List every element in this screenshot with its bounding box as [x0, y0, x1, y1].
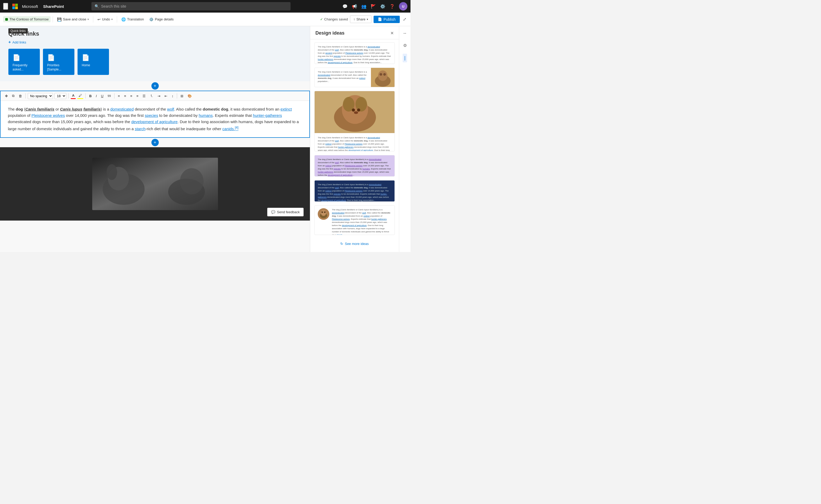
ql-card-icon-3: 📄	[82, 54, 90, 61]
settings-icon[interactable]: ⚙️	[380, 4, 385, 9]
indent-button[interactable]: ⇥	[156, 93, 162, 99]
save-close-button[interactable]: 💾 Save and close ▾	[55, 16, 91, 23]
sidebar-icon-2[interactable]: ⚙	[402, 41, 408, 50]
undo-button[interactable]: ↩ Undo ▾	[95, 16, 115, 23]
publish-button[interactable]: 📄 Publish	[374, 16, 400, 23]
page-details-label: Page details	[155, 17, 174, 21]
add-section-divider-2: +	[0, 138, 310, 147]
align-left-button[interactable]: ≡	[117, 93, 121, 99]
bullet-list-button[interactable]: ☰	[141, 93, 147, 99]
link-wolf[interactable]: wolf	[167, 107, 174, 111]
add-icon: +	[8, 40, 11, 45]
add-section-divider-1: +	[0, 81, 310, 91]
design-idea-card-2[interactable]: The dog Canis familiaris or Canis lupus …	[314, 68, 395, 87]
see-more-ideas-button[interactable]: ↻ See more ideas	[314, 239, 395, 249]
ql-card-label-3: Home	[82, 63, 90, 68]
question-icon[interactable]: ❓	[390, 4, 395, 9]
avatar[interactable]: U	[399, 2, 407, 10]
editor-area[interactable]: Quick links Quick links + Add links 📄 Fr…	[0, 26, 310, 252]
table-button[interactable]: ⊞	[179, 93, 185, 99]
italic-button[interactable]: I	[95, 93, 98, 99]
toolbar-separator-1	[53, 16, 53, 23]
changes-saved-label: Changes saved	[324, 17, 348, 21]
link-humans[interactable]: humans	[199, 113, 213, 118]
svg-point-18	[354, 111, 358, 114]
font-size-select[interactable]: 18	[54, 93, 66, 99]
text-content-area[interactable]: The dog (Canis familiaris or Canis lupus…	[1, 101, 309, 137]
feedback-icon: 💬	[271, 210, 275, 214]
app-name-label: Microsoft	[22, 4, 38, 9]
save-close-dropdown-arrow: ▾	[87, 18, 89, 21]
design-idea-card-4[interactable]: The dog (Canis familiaris or Canis lupus…	[314, 155, 395, 177]
quick-link-card-1[interactable]: 📄 Frequently asked...	[8, 49, 40, 75]
quick-links-section: Quick links Quick links + Add links 📄 Fr…	[0, 26, 310, 81]
line-spacing-button[interactable]: ↕	[170, 93, 175, 99]
color-picker-button[interactable]: 🎨	[186, 93, 193, 99]
quick-link-card-3[interactable]: 📄 Home	[78, 49, 109, 75]
page-brand: The Contoso of Tomorrow	[3, 16, 51, 22]
design-idea-card-6[interactable]: The dog (Canis familiaris or Canis lupus…	[314, 205, 395, 235]
link-canids[interactable]: canids.[4]	[222, 127, 238, 131]
page-details-button[interactable]: ⚙️ Page details	[147, 16, 176, 23]
add-section-button-1[interactable]: +	[151, 82, 159, 90]
link-development-agriculture[interactable]: development of agriculture	[131, 119, 178, 124]
add-links-button[interactable]: + Add links	[8, 40, 302, 45]
share-icon: ↑	[353, 17, 355, 21]
move-icon[interactable]: ✥	[4, 93, 9, 99]
share-button[interactable]: ↑ Share ▾	[350, 15, 371, 23]
link-extinct[interactable]: extinct	[281, 107, 292, 111]
underline-button[interactable]: U	[100, 93, 105, 99]
link-species[interactable]: species	[145, 113, 158, 118]
collapse-panel-button[interactable]: ⤢	[402, 16, 407, 23]
quick-link-card-2[interactable]: 📄 Priorities [Sample...	[43, 49, 74, 75]
editor-toolbar: The Contoso of Tomorrow 💾 Save and close…	[0, 13, 411, 26]
toolbar-right-group: ✓ Changes saved ↑ Share ▾ 📄 Publish ⤢	[320, 15, 407, 23]
align-right-button[interactable]: ≡	[129, 93, 134, 99]
highlight-btn[interactable]: 🖊	[77, 93, 83, 99]
search-bar[interactable]: 🔍	[91, 2, 291, 10]
text-color-btn[interactable]: A	[71, 93, 76, 99]
outdent-button[interactable]: ⇤	[163, 93, 169, 99]
link-domesticated[interactable]: domesticated	[110, 107, 134, 111]
design-idea-card-3[interactable]: The dog Canis familiaris or Canis lupus …	[314, 91, 395, 151]
align-justify-button[interactable]: ≡	[135, 93, 140, 99]
sidebar-icon-3[interactable]: |	[403, 54, 407, 62]
design-panel-header: Design ideas ✕	[310, 26, 399, 39]
design-panel-title: Design ideas	[315, 30, 344, 36]
link-starch[interactable]: starch	[135, 127, 145, 131]
align-center-button[interactable]: ≡	[123, 93, 128, 99]
bold-button[interactable]: B	[88, 93, 93, 99]
delete-icon[interactable]: 🗑	[17, 93, 23, 99]
svg-point-17	[357, 108, 360, 112]
add-section-button-2[interactable]: +	[151, 139, 159, 146]
ql-card-icon-1: 📄	[13, 54, 20, 61]
design-idea-card-5[interactable]: The dog (Canis familiaris or Canis lupus…	[314, 180, 395, 202]
design-panel-close-button[interactable]: ✕	[390, 31, 394, 36]
numbered-list-button[interactable]: ⒈	[149, 93, 155, 99]
help-icon[interactable]: 💬	[342, 4, 348, 9]
changes-saved-indicator: ✓ Changes saved	[320, 17, 348, 21]
svg-point-23	[324, 211, 326, 213]
link-hunter-gatherers[interactable]: hunter-gatherers	[253, 113, 282, 118]
sidebar-icon-1[interactable]: ↔	[401, 29, 409, 37]
app-launcher-icon[interactable]: ⊞	[3, 3, 8, 10]
ql-card-label-2: Priorities [Sample...	[47, 63, 70, 72]
design-card-text-3: The dog Canis familiaris or Canis lupus …	[315, 134, 395, 151]
flag-icon[interactable]: 🚩	[371, 4, 376, 9]
paragraph-style-select[interactable]: No spacing	[28, 93, 53, 99]
search-input[interactable]	[101, 4, 287, 8]
translation-button[interactable]: 🌐 Translation	[119, 16, 146, 23]
design-idea-card-1[interactable]: The dog Canis familiaris or Canis lupus …	[314, 42, 395, 64]
undo-icon: ↩	[97, 17, 101, 21]
people-icon[interactable]: 👥	[361, 4, 366, 9]
superscript-button[interactable]: 99	[106, 94, 112, 98]
copy-icon[interactable]: ⧉	[11, 93, 16, 99]
design-ideas-panel: Design ideas ✕ The dog Canis familiaris …	[310, 26, 399, 252]
publish-label: Publish	[384, 17, 396, 21]
dog-image	[92, 158, 218, 210]
fmt-sep-1	[25, 93, 26, 98]
link-pleistocene-wolves[interactable]: Pleistocene wolves	[31, 113, 65, 118]
top-navigation: ⊞ Microsoft SharePoint 🔍 💬 📢 👥 🚩 ⚙️ ❓ U	[0, 0, 411, 13]
feedback-icon[interactable]: 📢	[352, 4, 357, 9]
send-feedback-button[interactable]: 💬 Send feedback	[267, 208, 304, 216]
